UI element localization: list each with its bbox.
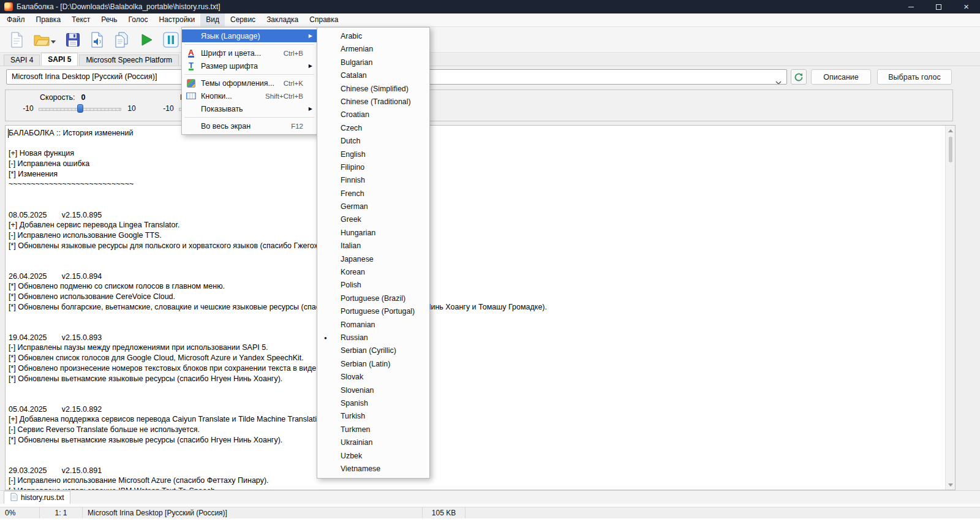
view-menu-item[interactable]: Показывать — [182, 102, 317, 115]
choose-voice-button[interactable]: Выбрать голос — [877, 69, 952, 85]
menubar-item[interactable]: Правка — [31, 13, 67, 26]
new-document-button[interactable] — [6, 30, 27, 50]
language-menu-item[interactable]: Serbian (Cyrillic) — [317, 344, 429, 357]
language-menu-item[interactable]: Portuguese (Portugal) — [317, 305, 429, 318]
language-menu-item[interactable]: Turkmen — [317, 423, 429, 436]
menubar-item[interactable]: Файл — [1, 13, 31, 26]
editor-line: [+] Новая функция — [9, 148, 943, 159]
slider-thumb[interactable] — [77, 104, 83, 113]
language-menu-item[interactable]: Japanese — [317, 253, 429, 266]
language-menu-item[interactable]: Greek — [317, 213, 429, 226]
menubar-item[interactable]: Закладка — [261, 13, 304, 26]
scroll-up-icon[interactable] — [946, 126, 956, 135]
scrollbar-thumb[interactable] — [949, 137, 952, 162]
view-menu-item[interactable]: Размер шрифта — [182, 59, 317, 72]
language-menu-item[interactable]: Czech — [317, 122, 429, 135]
menu-item-icon — [184, 31, 198, 41]
engine-tab[interactable]: Microsoft Speech Platform — [79, 55, 179, 66]
document-tab[interactable]: history.rus.txt — [4, 491, 70, 504]
open-file-button[interactable] — [31, 30, 59, 50]
submenu-arrow-icon — [309, 106, 312, 112]
view-menu-item[interactable]: Во весь экран F12 — [182, 119, 317, 132]
language-menu-item[interactable]: Turkish — [317, 410, 429, 423]
refresh-voices-button[interactable] — [791, 69, 807, 85]
maximize-button[interactable] — [925, 0, 952, 13]
language-menu-item[interactable]: Polish — [317, 279, 429, 292]
language-menu-item[interactable]: Dutch — [317, 135, 429, 148]
split-and-convert-to-audio-button[interactable] — [111, 30, 132, 50]
play-button[interactable] — [136, 30, 157, 50]
engine-tab[interactable]: SAPI 5 — [41, 53, 78, 66]
view-menu-item[interactable]: Темы оформления... Ctrl+K — [182, 77, 317, 89]
editor-line: 29.03.2025 v2.15.0.891 — [9, 466, 943, 476]
text-editor[interactable]: БАЛАБОЛКА :: История изменений [+] Новая… — [5, 125, 956, 490]
editor-line: [*] Обновлены вьетнамские языковые ресур… — [9, 435, 943, 445]
language-menu-item[interactable]: Romanian — [317, 319, 429, 332]
save-file-button[interactable] — [62, 30, 83, 50]
editor-line: БАЛАБОЛКА :: История изменений — [9, 128, 943, 138]
language-menu-item[interactable]: Korean — [317, 266, 429, 279]
view-menu-item[interactable]: Шрифт и цвета... Ctrl+B — [182, 47, 317, 59]
engine-tab[interactable]: SAPI 4 — [4, 55, 40, 66]
close-button[interactable] — [952, 0, 980, 13]
menubar-item[interactable]: Голос — [123, 13, 154, 26]
language-menu-item[interactable]: Armenian — [317, 43, 429, 56]
editor-line: [*] Обновлен список голосов для Google C… — [9, 353, 943, 363]
language-menu-item[interactable]: Hungarian — [317, 227, 429, 240]
language-menu-item[interactable]: Finnish — [317, 174, 429, 187]
menubar-item[interactable]: Вид — [200, 13, 225, 26]
language-menu-item[interactable]: Slovenian — [317, 384, 429, 397]
scroll-down-icon[interactable] — [946, 480, 956, 490]
view-menu-item[interactable] — [184, 117, 314, 118]
app-icon — [4, 2, 13, 11]
balabolka-window: Балаболка - [D:\Downloads\Balabolka_port… — [0, 0, 980, 527]
open-dropdown-arrow-icon[interactable] — [51, 40, 56, 44]
language-label: Vietnamese — [341, 464, 380, 473]
language-label: Chinese (Simplified) — [341, 85, 409, 93]
language-menu-item[interactable]: Slovak — [317, 371, 429, 384]
language-menu-item[interactable]: Filipino — [317, 161, 429, 174]
menubar-item[interactable]: Сервис — [225, 13, 261, 26]
slider-track[interactable] — [39, 104, 121, 113]
language-menu-item[interactable]: English — [317, 148, 429, 161]
language-menu-item[interactable]: Serbian (Latin) — [317, 358, 429, 371]
language-menu-item[interactable]: Croatian — [317, 108, 429, 121]
language-submenu: Arabic Armenian Bulgarian Catalan Chines… — [317, 27, 430, 479]
language-menu-item[interactable]: Portuguese (Brazil) — [317, 292, 429, 305]
language-menu-item[interactable]: Ukrainian — [317, 436, 429, 449]
slider-max-label: 10 — [123, 104, 141, 113]
language-menu-item[interactable]: Catalan — [317, 69, 429, 82]
editor-line — [9, 384, 943, 394]
menubar-item[interactable]: Речь — [96, 13, 123, 26]
view-menu-item[interactable] — [184, 44, 314, 45]
voice-description-button[interactable]: Описание — [811, 69, 871, 85]
language-menu-item[interactable]: Italian — [317, 240, 429, 252]
language-menu-item[interactable]: Chinese (Traditional) — [317, 96, 429, 108]
language-menu-item[interactable]: Bulgarian — [317, 56, 429, 69]
menubar-item[interactable]: Справка — [304, 13, 344, 26]
menubar-item[interactable]: Текст — [66, 13, 96, 26]
language-menu-item[interactable]: Arabic — [317, 30, 429, 43]
menu-item-icon — [184, 91, 198, 101]
new-document-icon — [9, 32, 24, 48]
language-label: Catalan — [341, 71, 367, 80]
save-audio-file-button[interactable] — [87, 30, 108, 50]
menu-item-shortcut: F12 — [291, 123, 303, 130]
view-menu-item[interactable]: Язык (Language) — [182, 29, 317, 42]
language-menu-item[interactable]: German — [317, 200, 429, 213]
view-menu-item[interactable] — [184, 74, 314, 75]
language-menu-item[interactable]: Russian — [317, 332, 429, 344]
vertical-scrollbar[interactable] — [945, 126, 955, 490]
language-menu-item[interactable]: French — [317, 188, 429, 200]
menubar-item[interactable]: Настройки — [153, 13, 200, 26]
engine-tabs: SAPI 4 SAPI 5 Microsoft Speech Platform — [0, 53, 980, 66]
pause-button[interactable] — [160, 30, 181, 50]
language-menu-item[interactable]: Spanish — [317, 397, 429, 410]
language-label: German — [341, 202, 368, 211]
language-menu-item[interactable]: Chinese (Simplified) — [317, 83, 429, 96]
editor-line: 26.04.2025 v2.15.0.894 — [9, 271, 943, 282]
view-menu-item[interactable]: Кнопки... Shift+Ctrl+B — [182, 89, 317, 102]
language-menu-item[interactable]: Vietnamese — [317, 463, 429, 476]
language-menu-item[interactable]: Uzbek — [317, 450, 429, 463]
minimize-button[interactable] — [897, 0, 925, 13]
